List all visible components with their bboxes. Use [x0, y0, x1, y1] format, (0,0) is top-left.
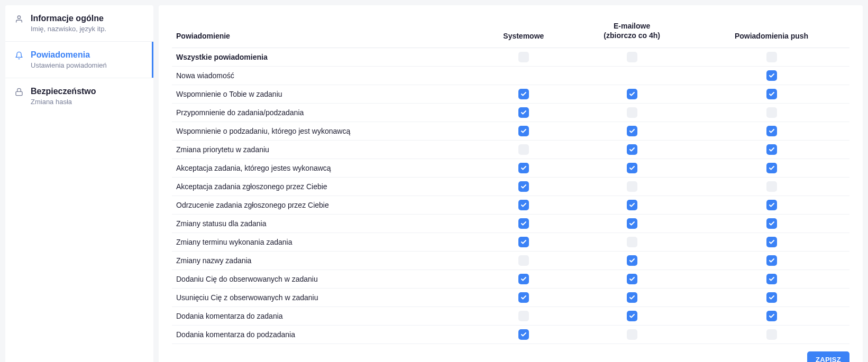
checkbox-system-row11[interactable] [518, 255, 529, 266]
notifications-table: Powiadomienie Systemowe E-mailowe (zbior… [172, 16, 849, 344]
checkbox-push-row10[interactable] [766, 237, 777, 247]
table-row: Zmiany statusu dla zadania [172, 215, 849, 233]
sidebar-item-1[interactable]: PowiadomeniaUstawienia powiadomień [5, 42, 153, 78]
checkbox-push-row6[interactable] [766, 163, 777, 173]
checkbox-email-row15[interactable] [627, 329, 637, 340]
checkbox-email-row12[interactable] [627, 274, 637, 284]
checkbox-email-row11[interactable] [627, 255, 637, 266]
sidebar-item-2[interactable]: BezpieczeństwoZmiana hasła [5, 78, 153, 114]
checkbox-email-row7[interactable] [627, 181, 637, 192]
sidebar-item-title: Powiadomenia [31, 50, 144, 60]
checkbox-push-row0[interactable] [766, 52, 777, 62]
row-label: Dodaniu Cię do obserwowanych w zadaniu [172, 270, 477, 289]
checkbox-email-row3[interactable] [627, 107, 637, 118]
row-label: Dodania komentarza do podzadania [172, 326, 477, 344]
checkbox-push-row11[interactable] [766, 255, 777, 266]
table-row: Dodania komentarza do podzadania [172, 326, 849, 344]
checkbox-system-row10[interactable] [518, 237, 529, 247]
checkbox-email-row5[interactable] [627, 144, 637, 155]
table-row: Dodaniu Cię do obserwowanych w zadaniu [172, 270, 849, 289]
sidebar-item-sub: Ustawienia powiadomień [31, 61, 144, 69]
table-row: Zmiany terminu wykonania zadania [172, 233, 849, 252]
table-row: Akceptacja zadania zgłoszonego przez Cie… [172, 178, 849, 196]
row-label: Dodania komentarza do zadania [172, 307, 477, 326]
checkbox-system-row6[interactable] [518, 163, 529, 173]
row-label: Nowa wiadomość [172, 67, 477, 85]
checkbox-email-row14[interactable] [627, 311, 637, 321]
table-row: Wspomnienie o podzadaniu, którego jest w… [172, 122, 849, 141]
checkbox-email-row10[interactable] [627, 237, 637, 247]
checkbox-system-row3[interactable] [518, 107, 529, 118]
table-row: Przypomnienie do zadania/podzadania [172, 104, 849, 122]
checkbox-push-row2[interactable] [766, 89, 777, 99]
checkbox-system-row14[interactable] [518, 311, 529, 321]
checkbox-push-row13[interactable] [766, 292, 777, 303]
sidebar: Informacje ogólneImię, nazwisko, język i… [5, 5, 153, 362]
checkbox-push-row3[interactable] [766, 107, 777, 118]
checkbox-email-row2[interactable] [627, 89, 637, 99]
table-row: Odrzucenie zadania zgłoszonego przez Cie… [172, 196, 849, 215]
row-label: Zmiana priorytetu w zadaniu [172, 141, 477, 159]
checkbox-system-row8[interactable] [518, 200, 529, 210]
table-row: Zmiana priorytetu w zadaniu [172, 141, 849, 159]
checkbox-system-row9[interactable] [518, 218, 529, 229]
col-header-label: Powiadomienie [172, 16, 477, 48]
checkbox-push-row1[interactable] [766, 70, 777, 81]
checkbox-system-row5[interactable] [518, 144, 529, 155]
table-row: Wszystkie powiadomienia [172, 48, 849, 67]
checkbox-system-row4[interactable] [518, 126, 529, 136]
checkbox-push-row15[interactable] [766, 329, 777, 340]
checkbox-system-row13[interactable] [518, 292, 529, 303]
row-label: Przypomnienie do zadania/podzadania [172, 104, 477, 122]
col-header-push: Powiadomienia push [693, 16, 849, 48]
row-label: Odrzucenie zadania zgłoszonego przez Cie… [172, 196, 477, 215]
svg-rect-1 [16, 91, 22, 95]
row-label: Wspomnienie o Tobie w zadaniu [172, 85, 477, 104]
table-row: Akceptacja zadania, którego jestes wykon… [172, 159, 849, 178]
row-label: Zmiany nazwy zadania [172, 252, 477, 270]
row-label: Zmiany statusu dla zadania [172, 215, 477, 233]
sidebar-item-sub: Zmiana hasła [31, 98, 144, 106]
checkbox-push-row5[interactable] [766, 144, 777, 155]
row-label: Usunięciu Cię z obserwowanych w zadaniu [172, 289, 477, 307]
checkbox-email-row4[interactable] [627, 126, 637, 136]
bell-icon [15, 51, 23, 60]
checkbox-system-row15[interactable] [518, 329, 529, 340]
checkbox-system-row0[interactable] [518, 52, 529, 62]
checkbox-email-row9[interactable] [627, 218, 637, 229]
checkbox-system-row12[interactable] [518, 274, 529, 284]
checkbox-system-row7[interactable] [518, 181, 529, 192]
row-label: Wszystkie powiadomienia [172, 48, 477, 67]
row-label: Zmiany terminu wykonania zadania [172, 233, 477, 252]
checkbox-email-row6[interactable] [627, 163, 637, 173]
lock-icon [15, 88, 23, 96]
row-label: Wspomnienie o podzadaniu, którego jest w… [172, 122, 477, 141]
row-label: Akceptacja zadania, którego jestes wykon… [172, 159, 477, 178]
table-row: Nowa wiadomość [172, 67, 849, 85]
user-icon [15, 15, 23, 23]
checkbox-push-row12[interactable] [766, 274, 777, 284]
table-row: Dodania komentarza do zadania [172, 307, 849, 326]
checkbox-push-row8[interactable] [766, 200, 777, 210]
sidebar-item-title: Informacje ogólne [31, 14, 144, 23]
main-panel: Powiadomienie Systemowe E-mailowe (zbior… [159, 5, 863, 362]
checkbox-email-row0[interactable] [627, 52, 637, 62]
checkbox-email-row13[interactable] [627, 292, 637, 303]
checkbox-push-row9[interactable] [766, 218, 777, 229]
checkbox-push-row14[interactable] [766, 311, 777, 321]
col-header-system: Systemowe [477, 16, 570, 48]
row-label: Akceptacja zadania zgłoszonego przez Cie… [172, 178, 477, 196]
sidebar-item-sub: Imię, nazwisko, język itp. [31, 25, 144, 33]
checkbox-system-row2[interactable] [518, 89, 529, 99]
col-header-email: E-mailowe (zbiorczo co 4h) [570, 16, 693, 48]
save-button[interactable]: ZAPISZ [807, 351, 849, 362]
table-row: Wspomnienie o Tobie w zadaniu [172, 85, 849, 104]
checkbox-email-row8[interactable] [627, 200, 637, 210]
sidebar-item-0[interactable]: Informacje ogólneImię, nazwisko, język i… [5, 5, 153, 42]
table-row: Usunięciu Cię z obserwowanych w zadaniu [172, 289, 849, 307]
table-row: Zmiany nazwy zadania [172, 252, 849, 270]
sidebar-item-title: Bezpieczeństwo [31, 87, 144, 96]
svg-point-0 [17, 16, 20, 18]
checkbox-push-row4[interactable] [766, 126, 777, 136]
checkbox-push-row7[interactable] [766, 181, 777, 192]
